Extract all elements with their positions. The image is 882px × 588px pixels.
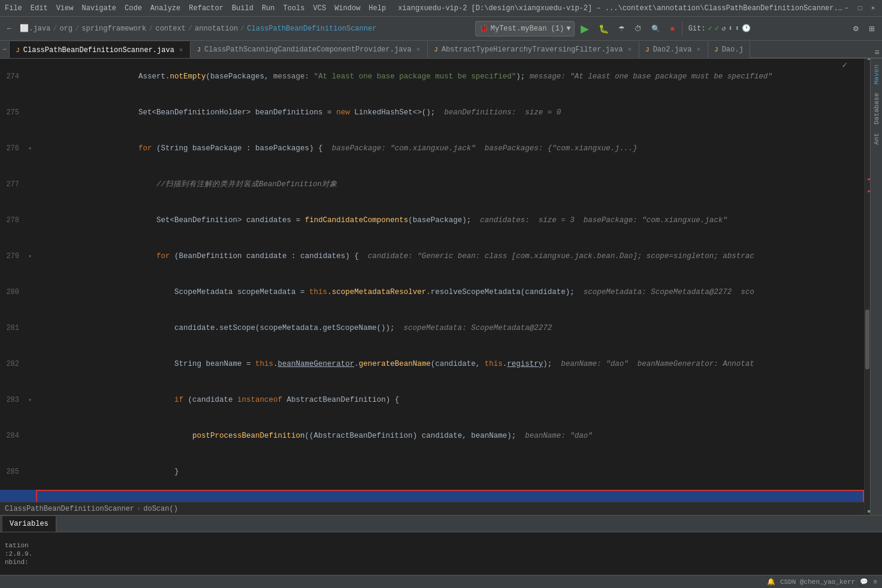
run-config-selector[interactable]: 🐞 MyTest.myBean (1) ▼ (475, 21, 575, 37)
ant-sidebar-tab[interactable]: Ant (872, 129, 881, 148)
breadcrumb-annotation[interactable]: annotation (195, 25, 238, 33)
tab-dao[interactable]: J Dao.j (708, 41, 750, 58)
menu-analyze[interactable]: Analyze (150, 4, 180, 13)
tab-label5: Dao.j (722, 46, 744, 54)
tab-abstracttype[interactable]: J AbstractTypeHierarchyTraversingFilter.… (428, 41, 639, 58)
gutter-281 (24, 310, 36, 346)
gutter-277 (24, 166, 36, 202)
tab-classpathbeandefinitionscanner[interactable]: J ClassPathBeanDefinitionScanner.java × (10, 41, 191, 58)
menu-bar[interactable]: File Edit View Navigate Code Analyze Ref… (5, 4, 386, 13)
menu-run[interactable]: Run (262, 4, 275, 13)
menu-help[interactable]: Help (368, 4, 386, 13)
tab-minus[interactable]: − (0, 41, 10, 58)
code-area[interactable]: 274 Assert.notEmpty(basePackages, messag… (0, 59, 864, 502)
scroll-thumb[interactable] (865, 310, 869, 369)
line-content-277[interactable]: //扫描到有注解的类并封装成BeanDefinition对象 (36, 166, 864, 202)
stop-button[interactable]: ■ (666, 20, 678, 37)
fold-283-icon[interactable]: ▾ (28, 397, 32, 404)
menu-refactor[interactable]: Refactor (189, 4, 223, 13)
breadcrumb-java: ⬜.java (20, 24, 50, 33)
close-button[interactable]: × (869, 4, 877, 13)
database-sidebar-tab[interactable]: Database (872, 89, 881, 128)
tab-close2-button[interactable]: × (415, 46, 422, 54)
layout-button[interactable]: ⊞ (865, 20, 878, 37)
maximize-button[interactable]: □ (856, 4, 864, 13)
window-title: xiangxuedu-vip-2 [D:\design\xiangxuedu-v… (398, 4, 842, 13)
menu-navigate[interactable]: Navigate (81, 4, 116, 13)
line-content-276[interactable]: for (String basePackage : basePackages) … (36, 131, 864, 166)
line-content-283[interactable]: if (candidate instanceof AbstractBeanDef… (36, 382, 864, 418)
tab-classpathscanning[interactable]: J ClassPathScanningCandidateComponentPro… (191, 41, 428, 58)
bottom-panel: Variables tation :2.8.9. nbind: (0, 515, 882, 575)
fold-279-icon[interactable]: ▾ (28, 253, 32, 260)
run-button[interactable]: ▶ (577, 20, 593, 37)
line-number-278: 278 (0, 202, 24, 238)
settings-button[interactable]: ⚙ (849, 20, 863, 37)
tab-close3-button[interactable]: × (626, 46, 633, 54)
line-number-279: 279 (0, 238, 24, 274)
breadcrumb-springframework[interactable]: springframework (81, 25, 146, 33)
profile-button[interactable]: ⏱ (631, 20, 645, 37)
tab-dao2[interactable]: J Dao2.java × (639, 41, 708, 58)
git-push[interactable]: ⬆ (735, 24, 739, 33)
lint-ok-icon: ✓ (842, 60, 847, 70)
tab-close-button[interactable]: × (178, 46, 185, 54)
git-undo[interactable]: ↺ (721, 24, 726, 33)
menu-window[interactable]: Window (334, 4, 360, 13)
menu-build[interactable]: Build (232, 4, 253, 13)
minimize-button[interactable]: − (842, 4, 851, 13)
code-line-280: 280 ScopeMetadata scopeMetadata = this.s… (0, 274, 864, 310)
status-notification-icon: 🔔 (767, 578, 775, 586)
menu-file[interactable]: File (5, 4, 22, 13)
git-check1[interactable]: ✓ (708, 24, 712, 33)
line-content-284[interactable]: postProcessBeanDefinition((AbstractBeanD… (36, 418, 864, 454)
line-number-281: 281 (0, 310, 24, 346)
menu-code[interactable]: Code (125, 4, 142, 13)
bottom-version-label: :2.8.9. (5, 550, 32, 557)
menu-tools[interactable]: Tools (283, 4, 305, 13)
tab-overflow-button[interactable]: ≡ (875, 48, 880, 57)
run-config-dropdown-icon[interactable]: ▼ (566, 25, 570, 33)
status-chat-icon: 💬 (860, 578, 868, 586)
git-history[interactable]: 🕐 (742, 24, 751, 33)
menu-edit[interactable]: Edit (31, 4, 48, 13)
code-editor[interactable]: ✓ 274 Assert.notEmpty(basePackages, mess… (0, 59, 864, 515)
tab-java-icon: J (16, 47, 20, 54)
line-content-279[interactable]: for (BeanDefinition candidate : candidat… (36, 238, 864, 274)
line-content-275[interactable]: Set<BeanDefinitionHolder> beanDefinition… (36, 95, 864, 131)
gutter-278 (24, 202, 36, 238)
line-content-285[interactable]: } (36, 454, 864, 490)
line-content-280[interactable]: ScopeMetadata scopeMetadata = this.scope… (36, 274, 864, 310)
find-button[interactable]: 🔍 (648, 20, 664, 37)
main-area: ✓ 274 Assert.notEmpty(basePackages, mess… (0, 59, 882, 588)
line-content-281[interactable]: candidate.setScope(scopeMetadata.getScop… (36, 310, 864, 346)
code-lines: 274 Assert.notEmpty(basePackages, messag… (0, 59, 864, 502)
menu-vcs[interactable]: VCS (313, 4, 327, 13)
tab-close4-button[interactable]: × (695, 46, 702, 54)
vertical-scrollbar[interactable] (864, 59, 870, 515)
line-content-278[interactable]: Set<BeanDefinition> candidates = findCan… (36, 202, 864, 238)
line-number-276: 276 (0, 131, 24, 166)
breadcrumb-org[interactable]: org (59, 25, 73, 33)
fold-276-icon[interactable]: ▾ (28, 146, 32, 152)
tab-java-icon3: J (434, 46, 438, 53)
run-config-label: MyTest.myBean (1) (491, 25, 564, 33)
scroll-ok-indicator (868, 59, 870, 60)
breadcrumb-context[interactable]: context (155, 25, 185, 33)
breadcrumb-class[interactable]: ClassPathBeanDefinitionScanner (247, 25, 376, 33)
tab-java-icon2: J (197, 46, 201, 53)
menu-view[interactable]: View (56, 4, 74, 13)
window-controls[interactable]: − □ × (842, 4, 877, 13)
git-check2[interactable]: ✓ (715, 24, 719, 33)
line-content-282[interactable]: String beanName = this.beanNameGenerator… (36, 346, 864, 382)
line-content-286[interactable]: if (candidate instanceof AnnotatedBeanDe… (36, 490, 864, 502)
code-line-277: 277 //扫描到有注解的类并封装成BeanDefinition对象 (0, 166, 864, 202)
back-button[interactable]: ← (4, 20, 15, 37)
coverage-button[interactable]: ☂ (615, 20, 629, 37)
line-content-274[interactable]: Assert.notEmpty(basePackages, message: "… (36, 59, 864, 95)
maven-sidebar-tab[interactable]: Maven (872, 61, 881, 88)
variables-tab[interactable]: Variables (2, 516, 56, 532)
code-line-278: 278 Set<BeanDefinition> candidates = fin… (0, 202, 864, 238)
git-update[interactable]: ⬇ (728, 24, 732, 33)
debug-button[interactable]: 🐛 (595, 20, 612, 37)
